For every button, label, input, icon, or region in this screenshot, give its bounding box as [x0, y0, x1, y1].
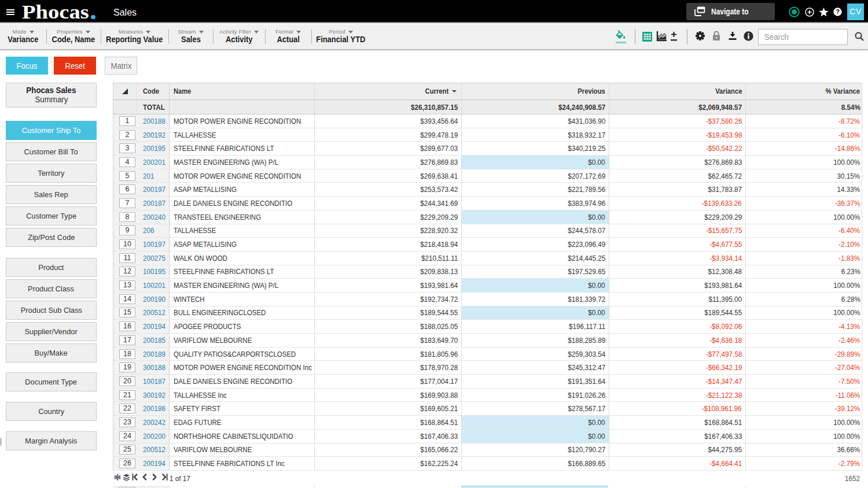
svg-text:?: ?	[836, 8, 840, 15]
